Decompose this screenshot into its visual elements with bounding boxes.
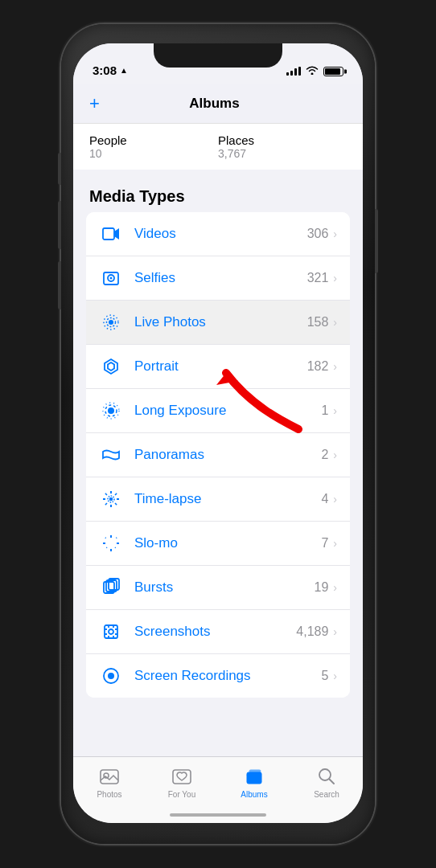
for-you-tab-label: For You: [168, 790, 195, 799]
list-item-time-lapse[interactable]: Time-lapse 4 ›: [86, 477, 350, 522]
people-places-section: People 10 Places 3,767: [73, 124, 363, 170]
for-you-tab-icon: [171, 765, 193, 788]
notch: [154, 43, 282, 68]
tab-item-for-you[interactable]: For You: [146, 765, 218, 799]
tab-item-search[interactable]: Search: [290, 765, 363, 799]
tab-item-photos[interactable]: Photos: [73, 765, 146, 799]
volume-down-button[interactable]: [58, 261, 61, 309]
search-tab-label: Search: [314, 790, 339, 799]
live-photos-count: 158: [307, 315, 329, 330]
svg-line-18: [115, 493, 117, 495]
battery-icon: [323, 67, 343, 76]
panoramas-label: Panoramas: [134, 447, 321, 463]
svg-point-4: [110, 277, 113, 280]
long-exposure-count: 1: [321, 403, 328, 418]
panoramas-icon: [99, 443, 123, 467]
places-label: Places: [218, 133, 347, 147]
signal-bars: [286, 67, 301, 76]
screen-recordings-count: 5: [321, 669, 328, 683]
list-item-portrait[interactable]: Portrait 182 ›: [86, 345, 350, 389]
svg-line-26: [115, 547, 117, 549]
location-icon: ▲: [120, 66, 128, 75]
list-item-screenshots[interactable]: Screenshots 4,189 ›: [86, 610, 350, 654]
screenshots-icon: [99, 620, 123, 644]
screenshots-label: Screenshots: [134, 624, 296, 640]
list-item-panoramas[interactable]: Panoramas 2 ›: [86, 433, 350, 477]
svg-line-27: [115, 538, 117, 539]
svg-rect-40: [249, 770, 261, 772]
screen-recordings-chevron: ›: [333, 669, 337, 682]
time-lapse-label: Time-lapse: [134, 491, 321, 507]
people-label: People: [89, 133, 218, 147]
list-item-bursts[interactable]: Bursts 19 ›: [86, 566, 350, 610]
list-item-slo-mo[interactable]: Slo-mo 7 ›: [86, 522, 350, 566]
people-item[interactable]: People 10: [89, 133, 218, 160]
media-types-header: Media Types: [73, 170, 363, 212]
long-exposure-icon: [99, 399, 123, 423]
status-icons: [286, 65, 343, 77]
tab-item-albums[interactable]: Albums: [218, 765, 290, 799]
bursts-count: 19: [315, 580, 329, 595]
wifi-icon: [306, 65, 319, 77]
videos-count: 306: [307, 227, 329, 241]
media-types-list: Videos 306 › Selfies 321 ›: [86, 212, 350, 698]
portrait-label: Portrait: [134, 358, 307, 375]
nav-bar: + Albums: [73, 84, 363, 124]
slo-mo-icon: [99, 531, 123, 555]
search-tab-icon: [315, 765, 338, 788]
nav-title: Albums: [100, 96, 329, 112]
svg-rect-36: [101, 770, 118, 784]
long-exposure-label: Long Exposure: [134, 403, 321, 419]
svg-point-8: [108, 407, 114, 414]
add-button[interactable]: +: [89, 93, 100, 114]
svg-point-35: [108, 673, 114, 679]
signal-bar-3: [294, 68, 297, 76]
svg-line-42: [330, 780, 335, 784]
list-item-screen-recordings[interactable]: Screen Recordings 5 ›: [86, 654, 350, 698]
list-item-selfies[interactable]: Selfies 321 ›: [86, 256, 350, 301]
power-button[interactable]: [375, 209, 378, 273]
bursts-icon: [99, 575, 123, 600]
time-lapse-count: 4: [321, 492, 328, 506]
volume-up-button[interactable]: [58, 201, 61, 249]
videos-label: Videos: [134, 226, 307, 242]
bursts-chevron: ›: [333, 581, 337, 594]
signal-bar-2: [290, 71, 293, 76]
live-photos-label: Live Photos: [134, 314, 307, 330]
live-photos-chevron: ›: [333, 316, 337, 329]
videos-icon: [99, 222, 123, 246]
slo-mo-label: Slo-mo: [134, 535, 321, 551]
signal-bar-4: [298, 67, 301, 76]
portrait-icon: [99, 354, 123, 379]
svg-line-17: [115, 503, 117, 505]
svg-point-11: [110, 498, 113, 501]
phone-frame: 3:08 ▲: [61, 24, 375, 844]
videos-chevron: ›: [333, 227, 337, 240]
screenshots-chevron: ›: [333, 625, 337, 638]
selfies-icon: [99, 266, 123, 290]
time-display: 3:08: [93, 63, 117, 77]
signal-bar-1: [286, 72, 289, 76]
portrait-chevron: ›: [333, 360, 337, 373]
home-indicator: [170, 813, 266, 817]
svg-point-33: [109, 629, 113, 634]
panoramas-chevron: ›: [333, 448, 337, 461]
panoramas-count: 2: [321, 448, 328, 462]
albums-tab-label: Albums: [241, 790, 267, 799]
bursts-label: Bursts: [134, 579, 315, 596]
svg-line-28: [105, 547, 107, 549]
places-count: 3,767: [218, 147, 347, 160]
list-item-videos[interactable]: Videos 306 ›: [86, 212, 350, 256]
list-item-long-exposure[interactable]: Long Exposure 1 ›: [86, 389, 350, 433]
list-item-live-photos[interactable]: Live Photos 158 ›: [86, 301, 350, 345]
live-photos-icon: [99, 310, 123, 334]
selfies-label: Selfies: [134, 270, 307, 286]
selfies-count: 321: [307, 271, 329, 285]
albums-tab-icon: [243, 765, 265, 788]
screen-recordings-label: Screen Recordings: [134, 668, 321, 684]
photos-tab-label: Photos: [97, 790, 121, 799]
status-time: 3:08 ▲: [93, 63, 128, 77]
places-item[interactable]: Places 3,767: [218, 133, 347, 160]
long-exposure-chevron: ›: [333, 404, 337, 417]
slo-mo-count: 7: [321, 536, 328, 551]
